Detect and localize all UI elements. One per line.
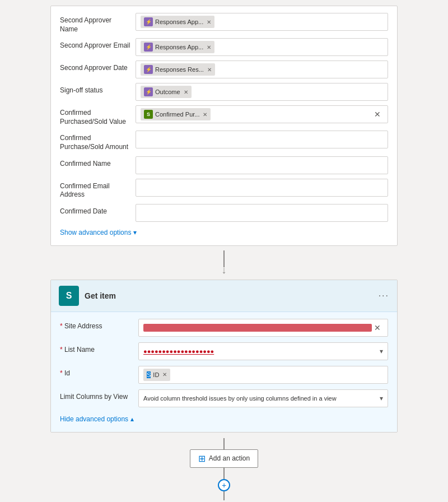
form-row-confirmed-email: Confirmed Email Address — [60, 179, 388, 199]
action-label-id-text: Id — [64, 369, 70, 377]
chip-approver-date[interactable]: ⚡ Responses Res... ✕ — [141, 63, 215, 76]
chip-icon-approver-name: ⚡ — [144, 17, 153, 26]
input-confirmed-amount[interactable] — [136, 131, 388, 148]
action-label-list-text: List Name — [64, 346, 95, 354]
form-row-confirmed-date: Confirmed Date — [60, 204, 388, 222]
chip-approver-email[interactable]: ⚡ Responses App... ✕ — [141, 41, 214, 53]
action-row-site-address: * Site Address ✕ — [60, 319, 388, 337]
label-confirmed-date: Confirmed Date — [60, 204, 136, 216]
chevron-up-icon: ▴ — [130, 415, 134, 423]
form-row-approver-name: Second Approver Name ⚡ Responses App... … — [60, 13, 388, 34]
action-label-list-name: * List Name — [60, 342, 138, 354]
input-id[interactable]: S ID ✕ — [138, 366, 388, 384]
chip-icon-approver-date: ⚡ — [144, 65, 153, 74]
chip-approver-name[interactable]: ⚡ Responses App... ✕ — [141, 16, 214, 28]
action-row-id: * Id S ID ✕ — [60, 366, 388, 384]
form-row-confirmed-amount: Confirmed Purchase/Sold Amount — [60, 131, 388, 151]
hide-advanced-options-button[interactable]: Hide advanced options ▴ — [60, 413, 388, 425]
chip-label-signoff: Outcome — [155, 89, 180, 95]
add-action-label: Add an action — [209, 454, 250, 462]
input-site-address[interactable]: ✕ — [138, 319, 388, 337]
action-row-list-name: * List Name ●●●●●●●●●●●●●●●●●●● ▾ — [60, 342, 388, 360]
action-label-site-address: * Site Address — [60, 319, 138, 330]
input-approver-email[interactable]: ⚡ Responses App... ✕ — [136, 38, 388, 56]
label-approver-date: Second Approver Date — [60, 61, 136, 73]
required-star-list: * — [60, 346, 63, 354]
connector-arrow-1: ↓ — [222, 246, 227, 280]
chip-label-approver-email: Responses App... — [155, 44, 203, 50]
chip-label-approver-date: Responses Res... — [155, 66, 204, 73]
label-approver-email: Second Approver Email — [60, 38, 136, 50]
input-limit-columns[interactable]: Avoid column threshold issues by only us… — [138, 389, 388, 407]
add-action-line-bottom — [223, 468, 225, 479]
add-action-section: ⊞ Add an action + — [190, 438, 258, 500]
show-advanced-options-button[interactable]: Show advanced options ▾ — [60, 226, 388, 239]
chip-label-confirmed-value: Confirmed Pur... — [155, 111, 199, 118]
action-row-limit-columns: Limit Columns by View Avoid column thres… — [60, 389, 388, 407]
input-approver-date[interactable]: ⚡ Responses Res... ✕ — [136, 61, 388, 78]
hide-advanced-label: Hide advanced options — [60, 415, 128, 423]
chevron-down-icon: ▾ — [133, 229, 137, 236]
label-confirmed-amount: Confirmed Purchase/Sold Amount — [60, 131, 136, 151]
get-item-header: S Get item ··· — [51, 280, 397, 312]
chip-label-approver-name: Responses App... — [155, 18, 203, 25]
add-action-button[interactable]: ⊞ Add an action — [190, 449, 258, 468]
label-approver-name: Second Approver Name — [60, 13, 136, 34]
limit-columns-value: Avoid column threshold issues by only us… — [143, 395, 380, 402]
chip-id[interactable]: S ID ✕ — [143, 369, 170, 381]
get-item-title: Get item — [85, 291, 116, 300]
input-confirmed-value[interactable]: S Confirmed Pur... ✕ ✕ — [136, 105, 388, 123]
chip-icon-confirmed-value: S — [144, 110, 153, 119]
chip-x-id[interactable]: ✕ — [162, 371, 167, 378]
form-row-approver-email: Second Approver Email ⚡ Responses App...… — [60, 38, 388, 56]
chip-x-signoff[interactable]: ✕ — [184, 89, 188, 95]
get-item-dots-menu[interactable]: ··· — [379, 291, 389, 301]
chip-x-approver-name[interactable]: ✕ — [207, 19, 211, 25]
show-advanced-label: Show advanced options — [60, 229, 131, 236]
label-confirmed-name: Confirmed Name — [60, 156, 136, 169]
plus-circle-button[interactable]: + — [218, 479, 230, 491]
get-item-icon: S — [59, 286, 79, 306]
form-row-approver-date: Second Approver Date ⚡ Responses Res... … — [60, 61, 388, 78]
label-confirmed-email: Confirmed Email Address — [60, 179, 136, 199]
action-label-site-text: Site Address — [64, 322, 102, 330]
get-item-body: * Site Address ✕ * List Name ●●●●●●●●●●●… — [51, 312, 397, 432]
get-item-header-left: S Get item — [59, 286, 116, 306]
list-name-chevron-icon[interactable]: ▾ — [380, 347, 383, 355]
add-action-line-top — [223, 438, 225, 449]
outer-x-confirmed-value[interactable]: ✕ — [372, 110, 383, 119]
required-star-site: * — [60, 322, 63, 330]
chip-x-confirmed-value[interactable]: ✕ — [203, 111, 207, 118]
required-star-id: * — [60, 369, 63, 377]
site-address-value — [143, 324, 372, 332]
input-approver-name[interactable]: ⚡ Responses App... ✕ — [136, 13, 388, 31]
input-signoff[interactable]: ⚡ Outcome ✕ — [136, 83, 388, 101]
list-name-value: ●●●●●●●●●●●●●●●●●●● — [143, 348, 380, 355]
chip-x-approver-date[interactable]: ✕ — [207, 67, 212, 73]
input-confirmed-name[interactable] — [136, 156, 388, 174]
chip-icon-signoff: ⚡ — [144, 87, 153, 96]
get-item-card: S Get item ··· * Site Address ✕ * — [50, 280, 398, 433]
form-row-confirmed-name: Confirmed Name — [60, 156, 388, 174]
action-label-limit-columns: Limit Columns by View — [60, 389, 138, 401]
label-signoff: Sign-off status — [60, 83, 136, 95]
form-row-signoff: Sign-off status ⚡ Outcome ✕ — [60, 83, 388, 101]
final-connector-line — [223, 491, 225, 500]
form-card: Second Approver Name ⚡ Responses App... … — [50, 6, 398, 246]
action-label-id: * Id — [60, 366, 138, 377]
chip-label-id: ID — [153, 371, 159, 378]
label-confirmed-value: Confirmed Purchased/Sold Value — [60, 105, 136, 126]
input-confirmed-date[interactable] — [136, 204, 388, 222]
add-action-plus-icon: ⊞ — [198, 453, 206, 464]
site-address-x[interactable]: ✕ — [372, 323, 383, 332]
limit-columns-chevron-icon[interactable]: ▾ — [380, 394, 383, 402]
chip-icon-approver-email: ⚡ — [144, 43, 153, 52]
arrow-down-icon-1: ↓ — [222, 265, 227, 275]
chip-signoff[interactable]: ⚡ Outcome ✕ — [141, 86, 192, 98]
chip-x-approver-email[interactable]: ✕ — [207, 44, 211, 50]
form-row-confirmed-value: Confirmed Purchased/Sold Value S Confirm… — [60, 105, 388, 126]
chip-icon-id: S — [147, 371, 151, 378]
chip-confirmed-value[interactable]: S Confirmed Pur... ✕ — [141, 108, 211, 120]
input-confirmed-email[interactable] — [136, 179, 388, 197]
input-list-name[interactable]: ●●●●●●●●●●●●●●●●●●● ▾ — [138, 342, 388, 360]
